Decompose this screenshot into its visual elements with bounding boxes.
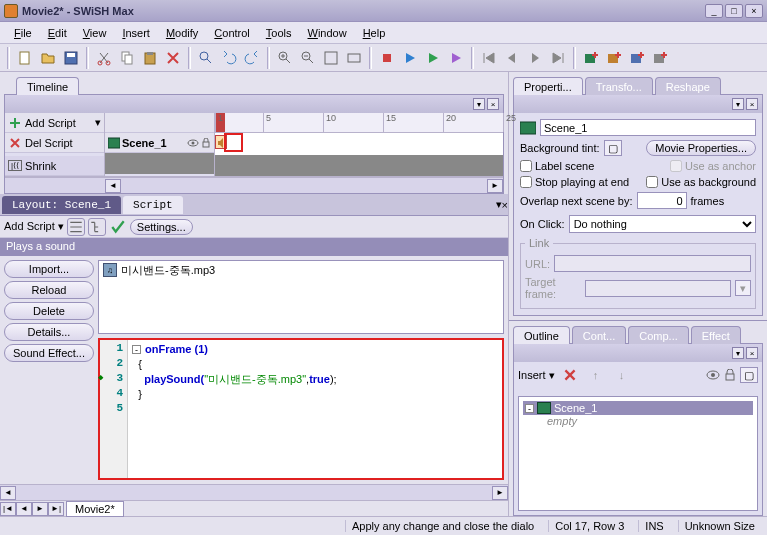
insert-object-icon[interactable] (603, 47, 625, 69)
bg-tint-picker[interactable]: ▢ (604, 140, 622, 156)
paste-icon[interactable] (139, 47, 161, 69)
copy-icon[interactable] (116, 47, 138, 69)
panel-close-icon[interactable]: × (487, 98, 499, 110)
scroll-right-icon[interactable]: ► (492, 486, 508, 500)
play-effect-icon[interactable] (445, 47, 467, 69)
menu-help[interactable]: Help (355, 25, 394, 41)
stop-icon[interactable] (376, 47, 398, 69)
tab-content[interactable]: Cont... (572, 326, 626, 344)
on-click-select[interactable]: Do nothing (569, 215, 756, 233)
scroll-left-icon[interactable]: ◄ (105, 179, 121, 193)
timeline-scrollbar[interactable]: ◄ ► (5, 177, 503, 193)
close-button[interactable]: × (745, 4, 763, 18)
stop-playing-checkbox[interactable]: Stop playing at end (520, 176, 629, 188)
panel-menu-icon[interactable]: ▾ (732, 347, 744, 359)
menu-insert[interactable]: Insert (114, 25, 158, 41)
undo-icon[interactable] (218, 47, 240, 69)
scroll-left-icon[interactable]: ◄ (0, 486, 16, 500)
outline-scene-item[interactable]: - Scene_1 (523, 401, 753, 415)
step-fwd-icon[interactable] (524, 47, 546, 69)
fold-icon[interactable]: - (132, 345, 141, 354)
scene-name-input[interactable] (540, 119, 756, 136)
prev-tab-icon[interactable]: ◄ (16, 502, 32, 516)
tab-effect[interactable]: Effect (691, 326, 741, 344)
delete-item-icon[interactable] (559, 364, 581, 386)
open-icon[interactable] (37, 47, 59, 69)
tab-script[interactable]: Script (123, 196, 183, 214)
add-script-dropdown[interactable]: Add Script ▾ (4, 220, 64, 233)
delete-button[interactable]: Delete (4, 302, 94, 320)
tab-outline[interactable]: Outline (513, 326, 570, 344)
eye-icon[interactable] (187, 138, 199, 148)
cut-icon[interactable] (93, 47, 115, 69)
label-scene-checkbox[interactable]: Label scene (520, 160, 594, 172)
outline-tree[interactable]: - Scene_1 empty (518, 396, 758, 511)
next-tab-icon[interactable]: ► (32, 502, 48, 516)
tab-reshape[interactable]: Reshape (655, 77, 721, 95)
menu-window[interactable]: Window (300, 25, 355, 41)
step-back-icon[interactable] (501, 47, 523, 69)
add-script-button[interactable]: Add Script▾ (5, 113, 104, 133)
rewind-icon[interactable] (478, 47, 500, 69)
panel-menu-icon[interactable]: ▾ (732, 98, 744, 110)
outline-options-icon[interactable]: ▢ (740, 367, 758, 383)
settings-button[interactable]: Settings... (130, 219, 193, 235)
find-icon[interactable] (195, 47, 217, 69)
redo-icon[interactable] (241, 47, 263, 69)
play-scene-icon[interactable] (422, 47, 444, 69)
save-icon[interactable] (60, 47, 82, 69)
fast-fwd-icon[interactable] (547, 47, 569, 69)
menu-control[interactable]: Control (206, 25, 257, 41)
details-button[interactable]: Details... (4, 323, 94, 341)
tree-view-icon[interactable] (88, 218, 106, 236)
lock-icon[interactable] (724, 369, 736, 381)
del-script-button[interactable]: Del Script (5, 133, 104, 153)
maximize-button[interactable]: □ (725, 4, 743, 18)
scroll-right-icon[interactable]: ► (487, 179, 503, 193)
zoom-100-icon[interactable] (343, 47, 365, 69)
move-up-icon[interactable]: ↑ (585, 364, 607, 386)
editor-scrollbar[interactable]: ◄ ► (0, 484, 508, 500)
scene-track-label[interactable]: Scene_1 (105, 133, 214, 153)
list-view-icon[interactable] (67, 218, 85, 236)
insert-dropdown[interactable]: Insert ▾ (518, 369, 555, 382)
insert-button-icon[interactable] (649, 47, 671, 69)
tab-layout[interactable]: Layout: Scene_1 (2, 196, 121, 214)
play-icon[interactable] (399, 47, 421, 69)
movie-tab[interactable]: Movie2* (66, 501, 124, 517)
code-editor[interactable]: 12345 -onFrame (1) { playSound("미시밴드-중독.… (98, 338, 504, 480)
audio-file-box[interactable]: ♫ 미시밴드-중독.mp3 (98, 260, 504, 334)
insert-scene-icon[interactable] (580, 47, 602, 69)
import-button[interactable]: Import... (4, 260, 94, 278)
code-text[interactable]: -onFrame (1) { playSound("미시밴드-중독.mp3",t… (128, 340, 502, 478)
zoom-fit-icon[interactable] (320, 47, 342, 69)
menu-edit[interactable]: Edit (40, 25, 75, 41)
tab-timeline[interactable]: Timeline (16, 77, 79, 95)
shrink-button[interactable]: |⟨⟨Shrink (5, 156, 104, 176)
movie-properties-button[interactable]: Movie Properties... (646, 140, 756, 156)
menu-tools[interactable]: Tools (258, 25, 300, 41)
collapse-icon[interactable]: - (525, 404, 534, 413)
menu-view[interactable]: View (75, 25, 115, 41)
reload-button[interactable]: Reload (4, 281, 94, 299)
zoom-in-icon[interactable] (274, 47, 296, 69)
minimize-button[interactable]: _ (705, 4, 723, 18)
overlap-input[interactable] (637, 192, 687, 209)
menu-modify[interactable]: Modify (158, 25, 206, 41)
panel-menu-icon[interactable]: ▾ (473, 98, 485, 110)
check-icon[interactable] (109, 218, 127, 236)
use-bg-checkbox[interactable]: Use as background (646, 176, 756, 188)
lock-icon[interactable] (201, 138, 211, 148)
last-tab-icon[interactable]: ►| (48, 502, 64, 516)
eye-icon[interactable] (706, 369, 720, 381)
delete-icon[interactable] (162, 47, 184, 69)
tab-transform[interactable]: Transfo... (585, 77, 653, 95)
tab-components[interactable]: Comp... (628, 326, 689, 344)
timeline-ruler[interactable]: 1 5 10 15 20 25 (215, 113, 503, 133)
insert-text-icon[interactable] (626, 47, 648, 69)
timeline-frames[interactable] (215, 133, 503, 155)
menu-file[interactable]: File (6, 25, 40, 41)
move-down-icon[interactable]: ↓ (611, 364, 633, 386)
first-tab-icon[interactable]: |◄ (0, 502, 16, 516)
panel-close-icon[interactable]: × (746, 98, 758, 110)
